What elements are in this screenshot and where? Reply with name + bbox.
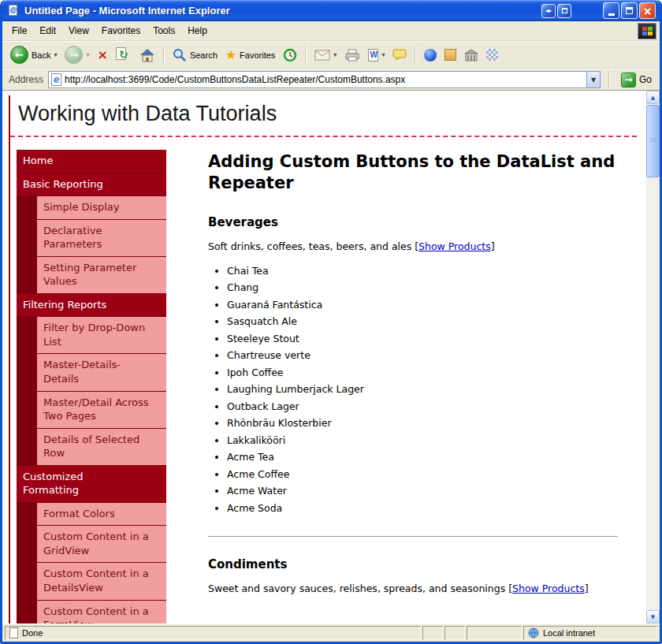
search-button[interactable]: Search <box>169 47 221 64</box>
forward-button[interactable]: → ▾ <box>61 44 92 65</box>
window-icon <box>562 8 567 13</box>
title-extra-button-2[interactable] <box>557 4 571 18</box>
sidebar-item-home[interactable]: Home <box>17 150 166 173</box>
address-input[interactable] <box>61 74 586 85</box>
go-button[interactable]: → Go <box>618 71 655 89</box>
section-heading-beverages: Beverages <box>208 215 618 229</box>
status-bar: Done Local intranet <box>2 624 660 642</box>
vertical-scrollbar[interactable]: ▲ ▼ <box>646 91 660 624</box>
menu-bar: File Edit View Favorites Tools Help <box>2 21 660 41</box>
article-title: Adding Custom Buttons to the DataList an… <box>208 151 618 195</box>
favorites-button[interactable]: ★ Favorites <box>222 47 279 63</box>
product-list-beverages: Chai Tea Chang Guaraná Fantástica Sasqua… <box>227 265 618 514</box>
edit-button[interactable]: W ▾ <box>365 47 388 63</box>
sidebar-item-declarative-parameters[interactable]: Declarative Parameters <box>37 220 166 256</box>
print-button[interactable] <box>341 47 363 63</box>
edit-word-icon: W <box>368 49 378 61</box>
address-page-icon: e <box>51 73 61 86</box>
sidebar-item-setting-parameter-values[interactable]: Setting Parameter Values <box>37 257 166 293</box>
status-pane-1 <box>422 626 443 640</box>
messenger-button[interactable] <box>421 47 440 63</box>
ie-window: e Untitled Page - Microsoft Internet Exp… <box>0 0 662 644</box>
messenger-icon <box>424 49 437 61</box>
forward-icon: → <box>65 46 83 64</box>
maximize-icon <box>626 7 633 14</box>
windows-logo <box>638 23 656 39</box>
edit-dropdown-icon[interactable]: ▾ <box>381 51 385 58</box>
scroll-up-button[interactable]: ▲ <box>646 91 660 104</box>
menu-view[interactable]: View <box>62 22 95 39</box>
menu-help[interactable]: Help <box>181 22 214 39</box>
sidebar-item-basic-reporting[interactable]: Basic Reporting <box>17 173 166 196</box>
maximize-button[interactable] <box>621 2 638 19</box>
forward-dropdown-icon: ▾ <box>86 51 89 58</box>
status-text: Done <box>22 628 43 638</box>
building-icon <box>464 49 478 61</box>
product-item: Laughing Lumberjack Lager <box>227 383 618 395</box>
sidebar-item-master-detail-across-two-pages[interactable]: Master/Detail Across Two Pages <box>37 392 166 428</box>
sidebar-item-simple-display[interactable]: Simple Display <box>37 196 166 219</box>
security-zone-label: Local intranet <box>543 628 595 638</box>
back-button[interactable]: ← Back ▾ <box>7 44 60 65</box>
section-divider <box>208 536 618 537</box>
back-dropdown-icon[interactable]: ▾ <box>54 51 57 58</box>
page-body: Home Basic Reporting Simple Display Decl… <box>10 150 637 624</box>
product-item: Acme Coffee <box>227 468 618 480</box>
scrollbar-track[interactable] <box>646 104 660 610</box>
minimize-icon <box>608 13 615 16</box>
sidebar-item-customized-formatting[interactable]: Customized Formatting <box>17 466 166 502</box>
close-button[interactable]: × <box>639 2 656 19</box>
building-button[interactable] <box>461 47 482 63</box>
sidebar-item-custom-content-gridview[interactable]: Custom Content in a GridView <box>37 526 166 562</box>
product-item: Steeleye Stout <box>227 333 618 344</box>
product-item: Sasquatch Ale <box>227 315 618 327</box>
scroll-down-button[interactable]: ▼ <box>646 610 660 624</box>
sidebar-item-filter-by-dropdown-list[interactable]: Filter by Drop-Down List <box>37 317 166 353</box>
address-dropdown-icon[interactable]: ▼ <box>586 72 600 87</box>
window-title: Untitled Page - Microsoft Internet Explo… <box>24 5 541 17</box>
favorites-star-icon: ★ <box>225 49 236 61</box>
status-pane-2 <box>444 626 465 640</box>
ie-e-glyph: e <box>10 3 17 16</box>
history-button[interactable] <box>280 47 300 64</box>
sidebar-item-details-of-selected-row[interactable]: Details of Selected Row <box>37 429 166 465</box>
article: Adding Custom Buttons to the DataList an… <box>208 150 618 624</box>
product-item: Acme Water <box>227 485 618 497</box>
toolbar-separator <box>305 46 307 65</box>
research-button[interactable] <box>441 47 459 62</box>
status-zone-pane: Local intranet <box>523 626 657 640</box>
sidebar-item-master-details-details[interactable]: Master-Details-Details <box>37 354 166 390</box>
back-icon: ← <box>10 46 28 64</box>
browser-viewport: Working with Data Tutorials Home Basic R… <box>2 90 660 624</box>
stop-button[interactable]: × <box>95 47 111 63</box>
mail-button[interactable]: ▾ <box>311 48 340 62</box>
windows-flag-icon <box>642 27 653 35</box>
mail-dropdown-icon[interactable]: ▾ <box>333 51 337 58</box>
show-products-link-beverages[interactable]: Show Products <box>418 240 491 252</box>
toolbar-separator <box>415 46 416 65</box>
sidebar-item-custom-content-detailsview[interactable]: Custom Content in a DetailsView <box>37 563 166 599</box>
desc-text: ] <box>585 583 589 594</box>
sidebar-item-custom-content-formview[interactable]: Custom Content in a FormView <box>37 601 166 624</box>
stop-icon: × <box>98 49 108 61</box>
menu-tools[interactable]: Tools <box>147 22 181 39</box>
mail-icon <box>314 50 330 61</box>
discuss-button[interactable] <box>389 47 410 62</box>
title-bar[interactable]: e Untitled Page - Microsoft Internet Exp… <box>2 0 660 21</box>
menu-edit[interactable]: Edit <box>33 22 62 39</box>
go-label: Go <box>639 74 652 85</box>
menu-file[interactable]: File <box>6 22 33 39</box>
refresh-button[interactable]: ↻ <box>113 46 135 65</box>
title-extra-button-1[interactable]: ◂▸ <box>541 4 556 18</box>
desc-text: Sweet and savory sauces, relishes, sprea… <box>208 583 512 594</box>
scrollbar-thumb[interactable] <box>646 105 660 177</box>
address-box: e ▼ <box>48 71 601 88</box>
address-bar: Address e ▼ → Go <box>2 69 660 90</box>
minimize-button[interactable] <box>603 2 619 19</box>
show-products-link-condiments[interactable]: Show Products <box>512 583 585 594</box>
home-button[interactable] <box>136 47 158 64</box>
sidebar-item-filtering-reports[interactable]: Filtering Reports <box>17 294 166 317</box>
menu-favorites[interactable]: Favorites <box>95 22 147 39</box>
sidebar-item-format-colors[interactable]: Format Colors <box>37 503 166 526</box>
grid-button[interactable] <box>483 47 501 62</box>
